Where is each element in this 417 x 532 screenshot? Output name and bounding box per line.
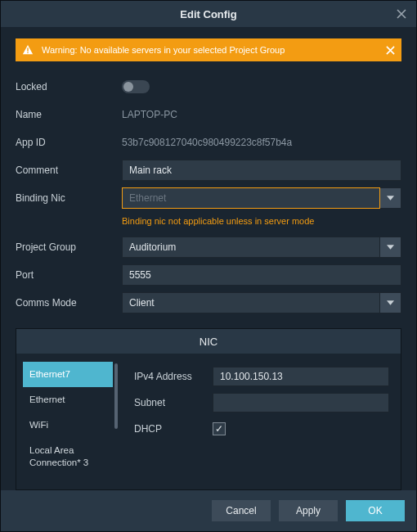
ipv4-input[interactable] — [213, 367, 389, 386]
projectgroup-select[interactable] — [122, 237, 401, 258]
projectgroup-label: Project Group — [16, 241, 122, 253]
warning-icon — [22, 44, 34, 56]
port-label: Port — [16, 269, 122, 281]
commsmode-label: Comms Mode — [16, 297, 122, 309]
nic-list: Ethernet7 Ethernet WiFi Local Area Conne… — [23, 362, 113, 481]
dialog-content: Warning: No available servers in your se… — [1, 27, 416, 490]
warning-text: Warning: No available servers in your se… — [42, 45, 285, 55]
comment-input[interactable] — [122, 160, 401, 181]
ok-button[interactable]: OK — [346, 500, 405, 521]
comment-label: Comment — [16, 165, 122, 176]
window-title: Edit Config — [180, 8, 236, 20]
name-label: Name — [16, 109, 122, 120]
subnet-label: Subnet — [134, 397, 208, 408]
dialog-footer: Cancel Apply OK — [1, 490, 416, 531]
nic-panel: NIC Ethernet7 Ethernet WiFi Local Area C… — [16, 328, 401, 490]
apply-button[interactable]: Apply — [279, 500, 338, 521]
warning-dismiss-button[interactable] — [386, 46, 395, 55]
titlebar: Edit Config — [1, 1, 416, 27]
warning-banner: Warning: No available servers in your se… — [16, 38, 401, 61]
locked-toggle[interactable] — [122, 80, 150, 93]
cancel-button[interactable]: Cancel — [212, 500, 271, 521]
appid-label: App ID — [16, 137, 122, 148]
port-input[interactable] — [122, 264, 401, 286]
ipv4-label: IPv4 Address — [134, 371, 208, 382]
close-button[interactable] — [393, 6, 410, 22]
projectgroup-input[interactable] — [122, 237, 380, 258]
dhcp-checkbox[interactable] — [213, 422, 226, 435]
nic-item[interactable]: Ethernet — [23, 387, 113, 413]
bindingnic-hint: Binding nic not applicable unless in ser… — [122, 213, 314, 232]
chevron-down-icon — [387, 196, 394, 201]
nic-item[interactable]: Local Area Connection* 3 — [23, 438, 113, 476]
nic-item[interactable]: Ethernet7 — [23, 362, 113, 387]
bindingnic-label: Binding Nic — [16, 192, 122, 204]
close-icon — [386, 46, 395, 55]
bindingnic-dropdown-button[interactable] — [380, 187, 401, 209]
nic-header: NIC — [16, 329, 401, 354]
chevron-down-icon — [387, 245, 394, 250]
bindingnic-input[interactable] — [122, 187, 380, 209]
name-value: LAPTOP-PC — [122, 106, 401, 124]
nic-detail: IPv4 Address Subnet DHCP — [123, 354, 401, 489]
svg-rect-1 — [27, 52, 28, 53]
commsmode-input[interactable] — [122, 292, 380, 313]
bindingnic-select[interactable] — [122, 187, 401, 209]
commsmode-select[interactable] — [122, 292, 401, 313]
chevron-down-icon — [387, 300, 394, 305]
edit-config-dialog: Edit Config Warning: No available server… — [0, 0, 417, 532]
dhcp-label: DHCP — [134, 423, 208, 435]
close-icon — [397, 9, 406, 19]
locked-label: Locked — [16, 81, 122, 92]
svg-rect-0 — [27, 47, 28, 51]
subnet-input[interactable] — [213, 393, 389, 413]
commsmode-dropdown-button[interactable] — [380, 292, 401, 313]
nic-scrollbar[interactable] — [114, 363, 119, 480]
appid-value: 53b7c908127040c980499223c8f57b4a — [122, 133, 401, 151]
projectgroup-dropdown-button[interactable] — [380, 237, 401, 258]
nic-item[interactable]: WiFi — [23, 413, 113, 438]
nic-item[interactable]: Local Area Connection* 4 — [23, 476, 113, 481]
